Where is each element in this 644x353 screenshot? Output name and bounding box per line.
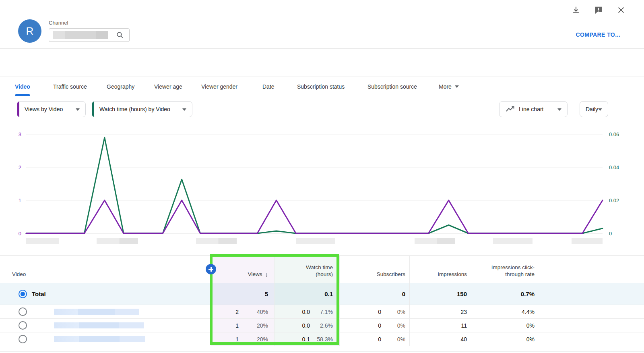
cell-value: 11 [410, 322, 467, 329]
table-cell: 00% [339, 332, 409, 346]
table-row-total[interactable]: Total50.101500.7% [0, 283, 644, 305]
tab-date[interactable]: Date [262, 77, 275, 96]
search-icon [116, 31, 124, 39]
video-radio[interactable] [19, 335, 27, 343]
table-cell: 00% [339, 319, 409, 332]
table-cell: 240% [211, 305, 274, 318]
cell-value: 0.7% [472, 291, 535, 297]
metric-picker-watch-time[interactable]: Watch time (hours) by Video [92, 101, 192, 117]
table-row-video[interactable]: 240%0.07.1%00%234.4% [0, 305, 644, 319]
column-header-subscribers[interactable]: Subscribers [339, 256, 409, 283]
cell-percentage: 2.6% [310, 322, 333, 329]
tab-subscription-status[interactable]: Subscription status [297, 77, 345, 96]
svg-text:0: 0 [609, 230, 612, 237]
column-header-impressions-ctr[interactable]: Impressions click-through rate [472, 256, 546, 283]
svg-text:0.02: 0.02 [609, 197, 619, 203]
column-header-impressions[interactable]: Impressions [409, 256, 472, 283]
tab-more[interactable]: More [439, 77, 459, 96]
tab-label: Video [15, 83, 30, 90]
table-bottom-spacer [0, 346, 644, 352]
tab-geography[interactable]: Geography [107, 77, 134, 96]
empty-cell [546, 305, 644, 318]
table-cell: 5 [211, 283, 274, 305]
chevron-down-icon [598, 108, 602, 111]
tab-traffic-source[interactable]: Traffic source [53, 77, 87, 96]
table-cell: 0.02.6% [274, 319, 339, 332]
svg-text:1: 1 [19, 197, 21, 203]
column-header-video[interactable]: Video [0, 256, 211, 283]
download-icon[interactable] [571, 5, 581, 15]
cell-value: 0% [472, 322, 535, 329]
column-header-views[interactable]: Views↓ [211, 256, 274, 283]
table-row-video[interactable]: 120%0.02.6%00%110% [0, 319, 644, 332]
table-cell: 0.7% [472, 283, 546, 305]
interval-select[interactable]: Daily [580, 101, 608, 117]
cell-value: 0 [340, 322, 381, 329]
column-header-empty [546, 256, 644, 283]
table-cell: 0.1 [274, 283, 339, 305]
sort-desc-icon: ↓ [265, 271, 268, 278]
cell-percentage: 0% [381, 322, 405, 329]
video-title-redacted [54, 322, 144, 328]
cell-percentage: 40% [239, 309, 268, 315]
empty-cell [546, 319, 644, 332]
table-row-video[interactable]: 120%0.158.3%00%400% [0, 332, 644, 346]
empty-cell [546, 332, 644, 346]
channel-name-redacted [53, 31, 108, 39]
cell-value: 0.1 [275, 336, 310, 343]
video-title-redacted [54, 309, 139, 315]
table-cell: 120% [211, 332, 274, 346]
metrics-table: VideoViews↓Watch time (hours)Subscribers… [0, 255, 644, 352]
cell-percentage: 58.3% [310, 336, 333, 343]
cell-value: 0.0 [275, 322, 310, 329]
metric-picker-views[interactable]: Views by Video [17, 101, 86, 117]
total-radio[interactable] [19, 290, 27, 298]
svg-text:2: 2 [19, 164, 21, 170]
tab-label: Subscription status [297, 83, 345, 90]
table-cell: 150 [409, 283, 472, 305]
avatar[interactable]: R [18, 19, 41, 43]
compare-to-link[interactable]: COMPARE TO... [576, 31, 620, 38]
column-header-watch-time[interactable]: Watch time (hours) [274, 256, 339, 283]
video-radio[interactable] [19, 321, 27, 330]
column-header-label: Views [248, 271, 262, 278]
cell-value: 23 [410, 309, 467, 315]
chart-type-label: Line chart [519, 106, 543, 112]
video-radio[interactable] [19, 307, 27, 316]
cell-percentage: 0% [381, 309, 405, 315]
table-cell: 4.4% [472, 305, 546, 318]
table-cell: 0.158.3% [274, 332, 339, 346]
filter-bar[interactable]: Filter Custom [0, 49, 644, 77]
analytics-advanced-window: R Channel COMPARE TO... Filter [0, 0, 644, 353]
column-header-label: Watch time (hours) [296, 264, 333, 278]
cell-percentage: 20% [239, 322, 268, 329]
channel-search-input[interactable] [49, 28, 130, 42]
tab-video[interactable]: Video [15, 77, 30, 96]
table-cell: 0.07.1% [274, 305, 339, 318]
table-cell: 11 [409, 319, 472, 332]
views-accent [17, 102, 19, 117]
cell-value: 0 [340, 291, 405, 297]
analytics-line-chart[interactable]: 0010.0220.0430.06 [0, 127, 644, 250]
total-label-cell: Total [0, 283, 211, 305]
chart-type-select[interactable]: Line chart [499, 101, 568, 117]
metric-picker-watch-time-label: Watch time (hours) by Video [99, 106, 170, 112]
tab-subscription-source[interactable]: Subscription source [367, 77, 417, 96]
cell-value: 1 [211, 336, 239, 343]
cell-value: 0% [472, 336, 535, 343]
video-cell [0, 305, 211, 318]
tab-viewer-gender[interactable]: Viewer gender [201, 77, 237, 96]
column-header-label: Impressions [438, 271, 467, 278]
svg-text:3: 3 [19, 131, 21, 137]
tab-viewer-age[interactable]: Viewer age [154, 77, 182, 96]
table-cell: 0% [472, 319, 546, 332]
metric-picker-views-label: Views by Video [25, 106, 63, 112]
cell-value: 0.0 [275, 309, 310, 315]
close-icon[interactable] [616, 5, 626, 15]
feedback-icon[interactable] [593, 5, 604, 15]
svg-text:0: 0 [19, 230, 21, 237]
video-cell [0, 332, 211, 346]
cell-percentage: 20% [239, 336, 268, 343]
annotation-plus-icon [206, 264, 216, 274]
interval-label: Daily [586, 106, 598, 112]
